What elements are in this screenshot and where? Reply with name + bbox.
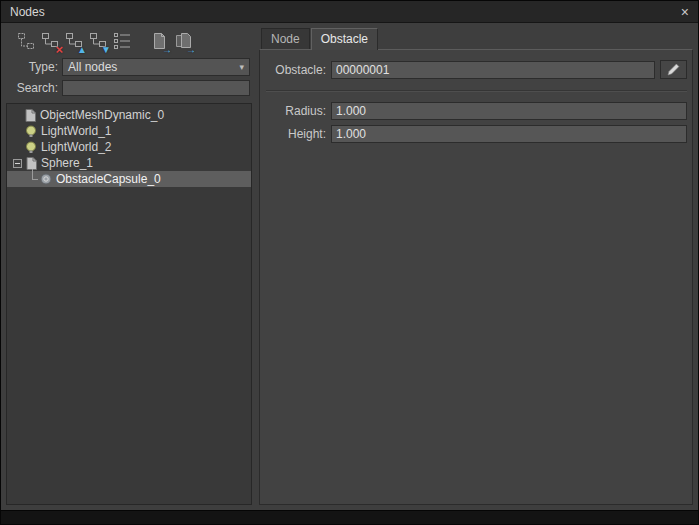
obstacle-id-field[interactable] — [331, 61, 655, 79]
tree-connector — [28, 171, 39, 187]
radius-label: Radius: — [266, 104, 326, 118]
tree-item-lightworld-2[interactable]: LightWorld_2 — [7, 139, 251, 155]
window-bottom-strip — [1, 510, 698, 524]
nodes-window: Nodes × — [0, 0, 699, 525]
radius-field[interactable] — [331, 102, 687, 120]
tree-item-lightworld-1[interactable]: LightWorld_1 — [7, 123, 251, 139]
close-icon[interactable]: × — [681, 5, 689, 19]
collapse-toggle-icon[interactable] — [13, 159, 22, 168]
window-title: Nodes — [10, 5, 45, 19]
arrow-right-icon: → — [162, 45, 172, 55]
tree-item-label: ObstacleCapsule_0 — [56, 172, 161, 186]
mesh-node-icon — [25, 109, 36, 122]
chevron-down-icon: ▾ — [239, 62, 244, 72]
search-label: Search: — [6, 81, 58, 95]
height-field[interactable] — [331, 125, 687, 143]
nodes-list-pane: × ▲ — [6, 26, 252, 505]
mesh-node-icon — [26, 157, 37, 170]
node-list-button[interactable] — [111, 30, 134, 53]
type-row: Type: All nodes ▾ — [6, 58, 250, 76]
tab-obstacle[interactable]: Obstacle — [311, 28, 378, 50]
light-node-icon — [25, 125, 37, 138]
move-node-down-button[interactable]: ▼ — [87, 30, 110, 53]
type-dropdown[interactable]: All nodes ▾ — [62, 58, 250, 76]
arrow-right-icon: → — [186, 45, 196, 55]
obstacle-node-icon — [40, 173, 52, 185]
type-label: Type: — [6, 60, 58, 74]
add-node-button[interactable] — [15, 30, 38, 53]
move-node-up-button[interactable]: ▲ — [63, 30, 86, 53]
obstacle-panel: Obstacle: Radius: Height: — [259, 49, 693, 505]
import-node-button[interactable]: → — [148, 30, 171, 53]
tree-item-sphere[interactable]: Sphere_1 — [7, 155, 251, 171]
node-tree-add-icon — [17, 32, 36, 51]
list-icon — [113, 32, 132, 51]
inspector-tabs: Node Obstacle — [259, 28, 693, 49]
node-tree: ObjectMeshDynamic_0 LightWorld_1 — [6, 103, 252, 505]
height-label: Height: — [266, 127, 326, 141]
inspector-pane: Node Obstacle Obstacle: Radius: — [259, 26, 693, 505]
tree-item-obstaclecapsule[interactable]: ObstacleCapsule_0 — [7, 171, 251, 187]
obstacle-label: Obstacle: — [266, 63, 326, 77]
light-node-icon — [25, 141, 37, 154]
tree-item-label: ObjectMeshDynamic_0 — [40, 108, 164, 122]
radius-row: Radius: — [266, 102, 687, 120]
titlebar[interactable]: Nodes × — [1, 1, 698, 23]
height-row: Height: — [266, 125, 687, 143]
delete-x-icon: × — [55, 43, 63, 56]
pencil-icon — [667, 63, 680, 76]
tree-item-label: LightWorld_2 — [41, 140, 112, 154]
type-selected-value: All nodes — [68, 60, 117, 74]
tree-item-objectmeshdynamic[interactable]: ObjectMeshDynamic_0 — [7, 107, 251, 123]
obstacle-row: Obstacle: — [266, 60, 687, 79]
tab-node[interactable]: Node — [261, 28, 310, 49]
export-node-button[interactable]: → — [172, 30, 195, 53]
remove-node-button[interactable]: × — [39, 30, 62, 53]
tree-item-label: Sphere_1 — [41, 156, 93, 170]
arrow-up-icon: ▲ — [77, 45, 87, 55]
section-divider — [266, 90, 687, 92]
arrow-down-icon: ▼ — [101, 45, 111, 55]
nodes-toolbar: × ▲ — [6, 26, 252, 56]
tree-item-label: LightWorld_1 — [41, 124, 112, 138]
content-area: × ▲ — [1, 23, 698, 510]
search-input[interactable] — [62, 80, 250, 96]
edit-obstacle-button[interactable] — [660, 60, 687, 79]
search-row: Search: — [6, 80, 250, 96]
